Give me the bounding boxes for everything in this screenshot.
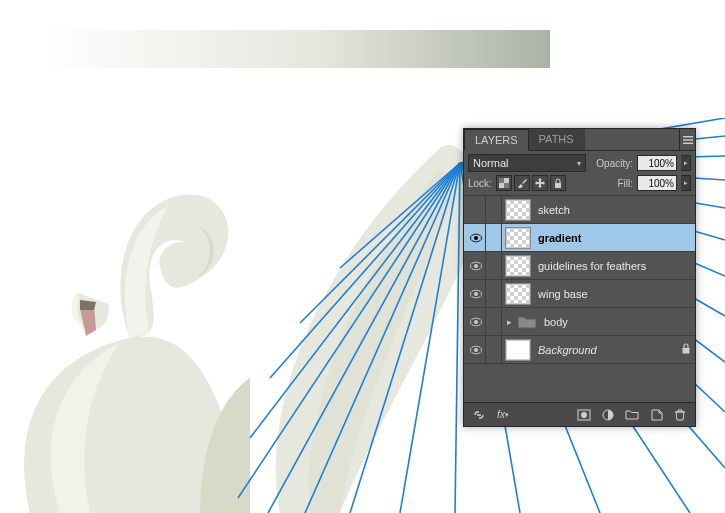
- delete-layer-button[interactable]: [671, 407, 689, 423]
- link-col: [488, 196, 502, 223]
- visibility-toggle[interactable]: [466, 280, 486, 307]
- layer-thumbnail: [505, 255, 531, 277]
- folder-icon: [516, 313, 538, 331]
- panel-options: Normal ▾ Opacity: 100% ▸ Lock: Fill: 100…: [464, 151, 695, 196]
- lock-label: Lock:: [468, 178, 492, 189]
- svg-point-36: [474, 292, 478, 296]
- blend-mode-value: Normal: [473, 157, 508, 169]
- eye-icon: [470, 316, 482, 328]
- lock-icon: [679, 343, 693, 356]
- svg-point-32: [474, 236, 478, 240]
- svg-point-43: [581, 412, 587, 418]
- opacity-label: Opacity:: [596, 158, 633, 169]
- visibility-toggle[interactable]: [466, 308, 486, 335]
- add-mask-button[interactable]: [575, 407, 593, 423]
- lock-image-pixels-button[interactable]: [514, 175, 530, 191]
- svg-point-40: [474, 348, 478, 352]
- layer-name-label: guidelines for feathers: [534, 260, 693, 272]
- layer-name-label: Background: [534, 344, 677, 356]
- eye-icon: [470, 344, 482, 356]
- layer-name-label: sketch: [534, 204, 693, 216]
- layer-row-body-group[interactable]: ▸ body: [464, 308, 695, 336]
- fill-label: Fill:: [617, 178, 633, 189]
- tab-paths[interactable]: PATHS: [529, 129, 585, 150]
- disclosure-triangle-icon[interactable]: ▸: [504, 317, 514, 327]
- adjustment-icon: [602, 409, 614, 421]
- layer-thumbnail: [505, 283, 531, 305]
- opacity-input[interactable]: 100%: [637, 155, 677, 171]
- visibility-toggle[interactable]: [466, 336, 486, 363]
- layer-name-label: gradient: [534, 232, 693, 244]
- layer-name-label: wing base: [534, 288, 693, 300]
- lock-icon: [553, 178, 563, 188]
- adjustment-layer-button[interactable]: [599, 407, 617, 423]
- svg-rect-41: [683, 348, 690, 354]
- eye-icon: [470, 288, 482, 300]
- chevron-down-icon: ▾: [577, 159, 581, 168]
- fill-input[interactable]: 100%: [637, 175, 677, 191]
- layer-row-wing-base[interactable]: wing base: [464, 280, 695, 308]
- checker-icon: [499, 178, 509, 188]
- link-col: [488, 280, 502, 307]
- svg-rect-25: [683, 139, 693, 140]
- svg-rect-24: [683, 136, 693, 137]
- layer-thumbnail: [505, 199, 531, 221]
- new-group-button[interactable]: [623, 407, 641, 423]
- menu-icon: [683, 135, 693, 145]
- tab-layers[interactable]: LAYERS: [464, 129, 529, 151]
- link-col: [488, 336, 502, 363]
- link-layers-button[interactable]: [470, 407, 488, 423]
- link-col: [488, 224, 502, 251]
- fx-icon: fx: [497, 409, 505, 420]
- new-layer-button[interactable]: [647, 407, 665, 423]
- layer-thumbnail: [505, 227, 531, 249]
- svg-rect-29: [504, 183, 509, 188]
- lock-position-button[interactable]: [532, 175, 548, 191]
- blend-mode-select[interactable]: Normal ▾: [468, 154, 586, 172]
- svg-point-38: [474, 320, 478, 324]
- layer-thumbnail: [505, 339, 531, 361]
- panel-menu-button[interactable]: [679, 129, 695, 151]
- layers-panel: LAYERS PATHS Normal ▾ Opacity: 100% ▸: [463, 128, 696, 427]
- svg-point-34: [474, 264, 478, 268]
- layer-row-background[interactable]: Background: [464, 336, 695, 364]
- brush-icon: [517, 178, 527, 188]
- link-col: [488, 252, 502, 279]
- move-icon: [535, 178, 545, 188]
- opacity-slider-toggle[interactable]: ▸: [681, 155, 691, 171]
- layer-style-button[interactable]: fx▾: [494, 407, 512, 423]
- folder-icon: [625, 409, 639, 420]
- layer-list: sketch gradient guidelines for feathers: [464, 196, 695, 402]
- new-page-icon: [650, 409, 663, 421]
- svg-line-18: [268, 163, 460, 513]
- mask-icon: [577, 409, 591, 421]
- layer-row-sketch[interactable]: sketch: [464, 196, 695, 224]
- panel-tabstrip: LAYERS PATHS: [464, 129, 695, 151]
- document-canvas: LAYERS PATHS Normal ▾ Opacity: 100% ▸: [0, 0, 725, 513]
- svg-rect-26: [683, 143, 693, 144]
- eye-icon: [470, 232, 482, 244]
- link-col: [488, 308, 502, 335]
- lock-transparent-pixels-button[interactable]: [496, 175, 512, 191]
- trash-icon: [674, 409, 686, 421]
- lock-all-button[interactable]: [550, 175, 566, 191]
- panel-footer: fx▾: [464, 402, 695, 426]
- layer-name-label: body: [540, 316, 693, 328]
- layer-row-guidelines[interactable]: guidelines for feathers: [464, 252, 695, 280]
- gradient-sample-bar: [40, 30, 550, 68]
- visibility-toggle[interactable]: [466, 224, 486, 251]
- visibility-toggle[interactable]: [466, 252, 486, 279]
- svg-rect-28: [499, 178, 504, 183]
- visibility-toggle[interactable]: [466, 196, 486, 223]
- link-icon: [472, 409, 486, 421]
- fill-slider-toggle[interactable]: ▸: [681, 175, 691, 191]
- layer-row-gradient[interactable]: gradient: [464, 224, 695, 252]
- eye-icon: [470, 260, 482, 272]
- svg-rect-30: [555, 183, 561, 188]
